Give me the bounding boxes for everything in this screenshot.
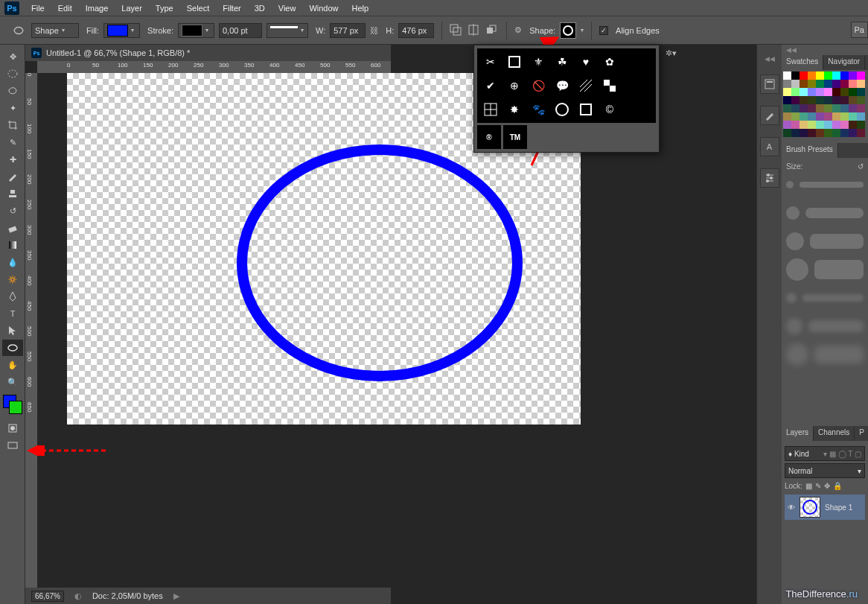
swatch[interactable]: [824, 112, 832, 121]
swatch[interactable]: [791, 96, 800, 104]
tab-channels[interactable]: Channels: [814, 426, 855, 441]
swatch[interactable]: [840, 104, 849, 112]
scissors-icon[interactable]: ✂: [479, 50, 502, 74]
menu-help[interactable]: Help: [346, 1, 375, 15]
speech-icon[interactable]: 💬: [550, 74, 574, 98]
swatch[interactable]: [783, 129, 791, 137]
healing-tool[interactable]: ✚: [2, 151, 23, 168]
shape-current-preview[interactable]: [560, 22, 576, 39]
zoom-value[interactable]: 66,67%: [31, 591, 64, 602]
blend-mode-dropdown[interactable]: Normal▾: [785, 463, 865, 478]
layer-filter[interactable]: ♦ Kind ▾ ▦ ◯ T ▢: [785, 446, 865, 461]
background-color[interactable]: [9, 401, 22, 414]
swatch[interactable]: [824, 88, 832, 96]
swatch[interactable]: [832, 121, 840, 129]
swatch[interactable]: [824, 71, 832, 80]
menu-3d[interactable]: 3D: [249, 1, 271, 15]
swatch[interactable]: [791, 104, 800, 112]
tab-swatches[interactable]: Swatches: [782, 55, 823, 70]
swatch[interactable]: [808, 71, 816, 80]
swatch[interactable]: [783, 112, 791, 121]
swatch[interactable]: [808, 129, 816, 137]
stroke-color-picker[interactable]: ▾: [178, 23, 214, 38]
tab-layers[interactable]: Layers: [782, 426, 814, 441]
dock-char-icon[interactable]: A: [760, 137, 779, 156]
swatch[interactable]: [816, 104, 824, 112]
trefoil-icon[interactable]: ☘: [550, 50, 574, 74]
shape-dropdown-arrow[interactable]: ▾: [581, 27, 584, 34]
swatch[interactable]: [824, 104, 832, 112]
swatch[interactable]: [808, 96, 816, 104]
swatch[interactable]: [808, 104, 816, 112]
swatch[interactable]: [800, 80, 808, 88]
menu-filter[interactable]: Filter: [217, 1, 246, 15]
align-edges-checkbox[interactable]: ✓: [599, 26, 608, 35]
swatch[interactable]: [800, 129, 808, 137]
swatch[interactable]: [791, 121, 800, 129]
square-outline-icon[interactable]: [502, 50, 526, 74]
tab-paths[interactable]: P: [855, 426, 868, 441]
swatch[interactable]: [783, 121, 791, 129]
dodge-tool[interactable]: 🔅: [2, 271, 23, 287]
swatch[interactable]: [808, 88, 816, 96]
color-picker[interactable]: [3, 395, 22, 416]
swatch[interactable]: [857, 80, 865, 88]
circle-outline-icon[interactable]: [550, 98, 574, 121]
tab-navigator[interactable]: Navigator: [823, 55, 865, 70]
swatch[interactable]: [783, 71, 791, 80]
swatches-grid[interactable]: [782, 70, 868, 139]
registered-icon[interactable]: ®: [477, 125, 501, 149]
swatch[interactable]: [832, 80, 840, 88]
swatch[interactable]: [832, 96, 840, 104]
swatch[interactable]: [849, 112, 857, 121]
swatch[interactable]: [800, 104, 808, 112]
path-align-icon[interactable]: [467, 24, 481, 37]
swatch[interactable]: [824, 129, 832, 137]
swatch[interactable]: [857, 112, 865, 121]
fleur-icon[interactable]: ⚜: [526, 50, 550, 74]
status-arrow-icon[interactable]: ▶: [173, 591, 179, 601]
flyout-gear-icon[interactable]: ✲▾: [666, 48, 677, 58]
swatch[interactable]: [791, 71, 800, 80]
path-arrange-icon[interactable]: [485, 24, 499, 37]
swatch[interactable]: [816, 121, 824, 129]
custom-shape-tool[interactable]: [2, 340, 23, 356]
crop-tool[interactable]: [2, 117, 23, 133]
menu-edit[interactable]: Edit: [52, 1, 78, 15]
swatch[interactable]: [857, 71, 865, 80]
visibility-icon[interactable]: 👁: [788, 503, 795, 512]
width-input[interactable]: [330, 23, 366, 38]
swatch[interactable]: [783, 96, 791, 104]
swatch[interactable]: [816, 80, 824, 88]
swatch[interactable]: [800, 71, 808, 80]
swatch[interactable]: [849, 104, 857, 112]
hand-tool[interactable]: ✋: [2, 357, 23, 373]
swatch[interactable]: [840, 71, 849, 80]
swatch[interactable]: [800, 88, 808, 96]
swatch[interactable]: [824, 121, 832, 129]
swatch[interactable]: [791, 80, 800, 88]
swatch[interactable]: [849, 121, 857, 129]
height-input[interactable]: [398, 23, 434, 38]
swatch[interactable]: [816, 112, 824, 121]
swatch[interactable]: [791, 88, 800, 96]
fill-color-picker[interactable]: ▾: [103, 23, 140, 38]
swatch[interactable]: [849, 80, 857, 88]
swatch[interactable]: [824, 96, 832, 104]
swatch[interactable]: [832, 104, 840, 112]
swatch[interactable]: [840, 129, 849, 137]
eyedropper-tool[interactable]: ✎: [2, 134, 23, 150]
swatch[interactable]: [808, 80, 816, 88]
swatch[interactable]: [832, 112, 840, 121]
shape-ellipse[interactable]: [237, 144, 523, 381]
registration-icon[interactable]: ⊕: [502, 74, 526, 98]
pen-tool[interactable]: [2, 288, 23, 305]
dock-brush-icon[interactable]: [760, 106, 779, 125]
tab-brush-presets[interactable]: Brush Presets: [782, 143, 838, 158]
gradient-tool[interactable]: [2, 237, 23, 253]
grid-icon[interactable]: [479, 98, 502, 121]
copyright-icon[interactable]: ©: [598, 98, 622, 121]
stroke-width-input[interactable]: [219, 23, 262, 38]
menu-select[interactable]: Select: [181, 1, 216, 15]
menu-image[interactable]: Image: [80, 1, 115, 15]
